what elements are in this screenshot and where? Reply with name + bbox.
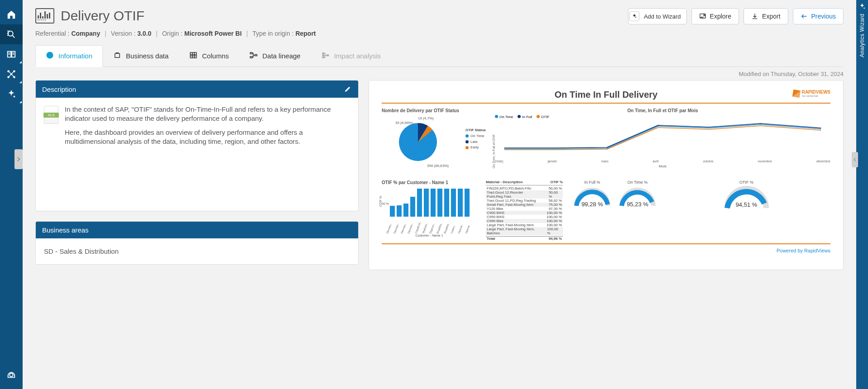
page-meta: Referential : Company| Version : 3.0.0| … <box>35 30 844 37</box>
analytics-wizard-panel[interactable]: Analytics Wizard <box>856 0 868 389</box>
svg-point-6 <box>10 373 13 376</box>
tab-business-data[interactable]: Business data <box>103 45 179 66</box>
description-p1: In the context of SAP, "OTIF" stands for… <box>65 105 350 123</box>
svg-rect-36 <box>465 189 470 217</box>
svg-rect-28 <box>410 197 415 217</box>
table-row: Large Part, Fast-Moving Item100,00 % <box>486 223 563 227</box>
explore-icon <box>699 13 706 20</box>
material-table: Material - DescriptionOTIF % FIN226,MTO,… <box>486 180 563 241</box>
export-button[interactable]: Export <box>743 8 788 24</box>
table-row: FIN226,MTO,PD,Batch-Fifo50,00 % <box>486 186 563 190</box>
tab-columns[interactable]: Columns <box>179 45 239 66</box>
svg-rect-13 <box>250 52 253 54</box>
report-icon <box>35 8 54 24</box>
previous-button[interactable]: Previous <box>793 8 844 24</box>
table-row: C990 Bike100,00 % <box>486 219 563 223</box>
line-chart: On Time, In Full et OTIF par Mois On Tim… <box>495 108 830 174</box>
sidebar-ai[interactable] <box>0 84 23 104</box>
svg-rect-30 <box>424 189 429 217</box>
tabs: Information Business data Columns Data l… <box>35 45 844 67</box>
sidebar-help[interactable] <box>0 365 23 384</box>
gauges: In Full % 99,28 % On Time % 95,23 % OTIF… <box>572 180 830 241</box>
tab-data-lineage[interactable]: Data lineage <box>239 45 311 66</box>
svg-text:50 %: 50 % <box>382 202 389 205</box>
sidebar-left <box>0 0 23 389</box>
main-content: Delivery OTIF Add to Wizard Explore Expo… <box>23 0 856 389</box>
svg-rect-27 <box>403 204 408 217</box>
svg-rect-14 <box>250 57 253 58</box>
pie-chart: Nombre de Delivery par OTIF Status 35 (8… <box>382 108 481 174</box>
svg-rect-26 <box>397 205 402 217</box>
svg-rect-11 <box>115 53 120 57</box>
sidebar-home[interactable] <box>0 5 23 24</box>
svg-rect-19 <box>326 55 329 56</box>
table-row: Y120 Bike97,30 % <box>486 207 563 211</box>
header-actions: Add to Wizard Explore Export Previous <box>628 8 844 24</box>
tab-impact-analysis: Impact analysis <box>311 45 391 66</box>
table-row: C900 BIKE100,00 % <box>486 211 563 215</box>
svg-rect-29 <box>417 189 422 217</box>
rapidviews-logo: RAPIDVIEWSnot sentential <box>793 90 830 97</box>
svg-rect-15 <box>255 55 257 56</box>
edit-icon[interactable] <box>344 85 352 93</box>
bar-chart: OTIF % par Customer - Name 1 OTIF % 50 % <box>382 180 477 241</box>
svg-rect-18 <box>322 57 324 58</box>
table-row: Small Part, Fast-Moving Item75,00 % <box>486 203 563 207</box>
description-p2: Here, the dashboard provides an overview… <box>65 128 350 147</box>
svg-text:35 (8,66%): 35 (8,66%) <box>395 121 413 125</box>
table-row: C950 BIKE100,00 % <box>486 215 563 219</box>
svg-rect-17 <box>322 55 324 56</box>
svg-point-8 <box>635 17 636 18</box>
table-row: Large Part, Fast-Moving Item, Batches100… <box>486 227 563 235</box>
sidebar-catalog[interactable] <box>0 44 23 64</box>
sparkle-icon <box>858 3 866 10</box>
description-header: Description <box>42 85 76 93</box>
svg-rect-33 <box>444 189 449 217</box>
analytics-wizard-label: Analytics Wizard <box>859 14 865 57</box>
business-areas-header: Business areas <box>42 226 89 234</box>
svg-rect-12 <box>191 52 197 58</box>
table-row: Trad.Good 12,Reorder Point,Reg.Trad.50,0… <box>486 190 563 199</box>
sidebar-search[interactable] <box>0 24 23 44</box>
svg-rect-35 <box>458 189 463 217</box>
table-row: Trad.Good 11,PD,Reg.Trading58,82 % <box>486 199 563 203</box>
tab-information[interactable]: Information <box>35 45 103 67</box>
modified-timestamp: Modified on Thursday, October 31, 2024 <box>35 71 844 77</box>
xls-icon <box>44 106 58 124</box>
svg-rect-34 <box>451 189 456 217</box>
arrow-left-icon <box>801 13 808 20</box>
preview-footer[interactable]: Powered by RapidViews <box>382 248 830 253</box>
preview-title: On Time In Full Delivery <box>382 90 830 100</box>
business-areas-card: Business areas SD - Sales & Distribution <box>35 221 359 265</box>
svg-rect-25 <box>390 206 395 217</box>
add-to-wizard-button[interactable]: Add to Wizard <box>628 8 687 24</box>
description-card: Description In the context of SAP, "OTIF… <box>35 80 359 211</box>
svg-rect-32 <box>437 189 442 217</box>
business-areas-value: SD - Sales & Distribution <box>44 247 119 255</box>
sidebar-lineage[interactable] <box>0 64 23 84</box>
download-icon <box>751 13 758 20</box>
svg-point-7 <box>863 8 865 9</box>
page-title: Delivery OTIF <box>61 8 144 24</box>
svg-rect-31 <box>431 189 436 217</box>
svg-rect-16 <box>322 53 324 54</box>
svg-text:19 (4,7%): 19 (4,7%) <box>418 116 434 120</box>
explore-button[interactable]: Explore <box>691 8 739 24</box>
svg-text:350 (86,63%): 350 (86,63%) <box>427 164 449 168</box>
report-preview: RAPIDVIEWSnot sentential On Time In Full… <box>369 80 844 270</box>
sidebar-expand-handle[interactable] <box>14 149 23 169</box>
